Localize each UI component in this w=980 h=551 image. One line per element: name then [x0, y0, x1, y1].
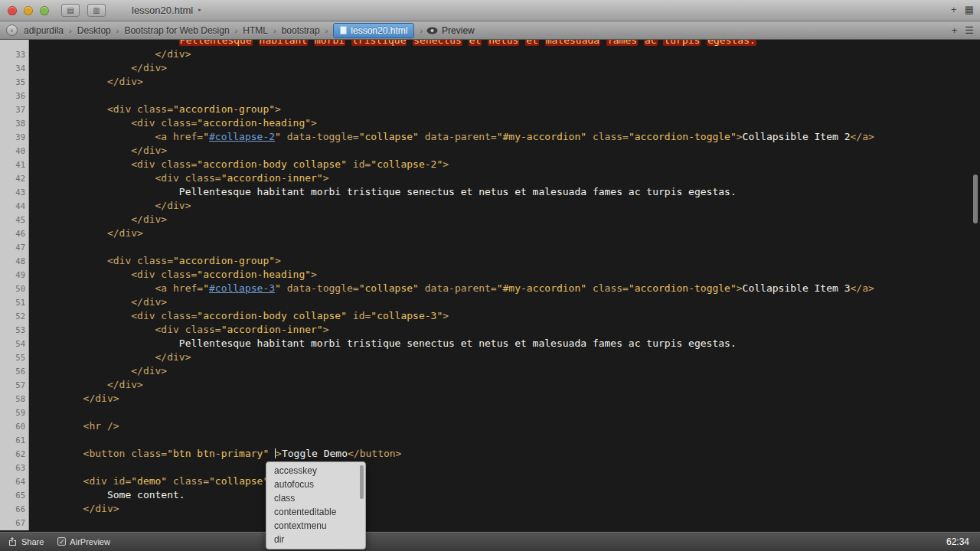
code-line[interactable]: 59 [0, 406, 980, 419]
line-number: 38 [0, 116, 30, 130]
code-text: Pellentesque habitant morbi tristique se… [30, 185, 737, 199]
code-line[interactable]: 39 <a href="#collapse-2" data-toggle="co… [0, 130, 980, 144]
path-root-icon[interactable]: › [6, 24, 18, 36]
autocomplete-item[interactable]: class [266, 491, 365, 505]
code-token: class= [167, 475, 209, 487]
code-token [539, 40, 545, 46]
code-line[interactable]: 63 [0, 461, 980, 474]
code-line[interactable]: 38 <div class="accordion-heading"> [0, 116, 980, 130]
toolbar-view-icon[interactable]: ▤ [61, 4, 80, 17]
code-line[interactable]: 47 [0, 240, 980, 254]
autocomplete-item[interactable]: dir [266, 533, 365, 546]
code-line[interactable]: 43 Pellentesque habitant morbi tristique… [0, 185, 980, 199]
code-line[interactable]: 60 <hr /> [0, 419, 980, 433]
code-line[interactable]: 61 [0, 433, 980, 447]
code-text: </div> [30, 502, 119, 516]
code-editor[interactable]: Pellentesque habitant morbi tristique se… [0, 40, 980, 530]
code-line[interactable]: 57 </div> [0, 378, 980, 392]
minimize-button[interactable] [24, 6, 33, 15]
line-number: 33 [0, 47, 30, 61]
autocomplete-item[interactable]: contenteditable [266, 505, 365, 519]
breadcrumb-item[interactable]: adipurdila [22, 25, 65, 36]
autocomplete-item[interactable]: disabled [266, 546, 365, 549]
add-icon[interactable]: + [952, 24, 958, 36]
breadcrumb-item[interactable]: bootstrap [280, 25, 322, 36]
close-button[interactable] [8, 6, 17, 15]
code-line[interactable]: 62 <button class="btn btn-primary" >Togg… [0, 447, 980, 461]
code-line[interactable]: 33 </div> [0, 47, 980, 61]
code-token: > [443, 158, 449, 170]
sidebar-toggle-icon[interactable]: ▥ [87, 4, 106, 17]
code-line[interactable]: 55 </div> [0, 350, 980, 364]
code-token: ac [644, 40, 658, 46]
document-tab[interactable]: lesson20.html• [132, 5, 201, 16]
popup-scrollbar-thumb[interactable] [360, 465, 364, 499]
code-token [600, 40, 606, 46]
line-number: 46 [0, 227, 30, 240]
list-icon[interactable]: ☰ [965, 24, 974, 36]
code-line[interactable]: 46 </div> [0, 227, 980, 240]
editor-scrollbar-thumb[interactable] [973, 174, 978, 223]
line-number: 56 [0, 364, 30, 378]
code-line[interactable]: 56 </div> [0, 364, 980, 378]
line-number: 59 [0, 406, 30, 419]
code-token: netus [488, 40, 519, 46]
code-line[interactable]: Pellentesque habitant morbi tristique se… [0, 40, 980, 47]
breadcrumb-item-preview[interactable]: Preview [426, 25, 475, 36]
code-text: </div> [30, 392, 119, 406]
code-token [345, 40, 351, 46]
code-token: "accordion-body collapse" [197, 310, 347, 321]
code-line[interactable]: 42 <div class="accordion-inner"> [0, 171, 980, 185]
share-button[interactable]: Share [8, 536, 44, 546]
code-token [253, 40, 259, 46]
code-token: "accordion-toggle" [629, 131, 737, 142]
code-line[interactable]: 36 [0, 89, 980, 103]
code-token: </div> [35, 214, 167, 225]
code-link-token: #collapse-2 [209, 131, 275, 142]
breadcrumb-item[interactable]: Bootstrap for Web Design [122, 25, 230, 36]
code-token: fames [606, 40, 638, 46]
code-text: </div> [30, 75, 143, 89]
airpreview-toggle[interactable]: ✓ AirPreview [57, 537, 110, 546]
code-token: data-toggle= [281, 282, 359, 294]
code-line[interactable]: 40 </div> [0, 144, 980, 158]
breadcrumb-item[interactable]: HTML [241, 25, 270, 36]
code-text: <div class="accordion-body collapse" id=… [30, 309, 449, 323]
code-line[interactable]: 45 </div> [0, 213, 980, 227]
breadcrumb-item[interactable]: Desktop [76, 25, 113, 36]
code-token: id= [347, 158, 371, 170]
autocomplete-item[interactable]: contextmenu [266, 519, 365, 533]
autocomplete-item[interactable]: accesskey [266, 464, 365, 478]
line-number: 65 [0, 488, 30, 502]
code-line[interactable]: 67 [0, 516, 980, 530]
code-line[interactable]: 50 <a href="#collapse-3" data-toggle="co… [0, 282, 980, 295]
line-number: 61 [0, 433, 30, 447]
autocomplete-item[interactable]: autofocus [266, 478, 365, 491]
code-token: Collapsible Item 2 [743, 131, 851, 142]
code-line[interactable]: 52 <div class="accordion-body collapse" … [0, 309, 980, 323]
breadcrumb-separator: › [420, 26, 423, 35]
code-line[interactable]: 58 </div> [0, 392, 980, 406]
code-line[interactable]: 35 </div> [0, 75, 980, 89]
code-token: morbi [314, 40, 345, 46]
code-line[interactable]: 51 </div> [0, 295, 980, 309]
breadcrumb-separator: › [116, 26, 119, 35]
code-line[interactable]: 66 </div> [0, 502, 980, 516]
code-token: Toggle Demo [282, 448, 348, 459]
breadcrumb-item-active[interactable]: lesson20.html [333, 23, 414, 38]
zoom-button[interactable] [40, 6, 49, 15]
code-line[interactable]: 65 Some content. [0, 488, 980, 502]
new-tab-icon[interactable]: + [951, 4, 957, 15]
line-number: 45 [0, 213, 30, 227]
code-line[interactable]: 41 <div class="accordion-body collapse" … [0, 158, 980, 171]
code-line[interactable]: 64 <div id="demo" class="collapse"> [0, 474, 980, 488]
code-line[interactable]: 44 </div> [0, 199, 980, 213]
code-line[interactable]: 48 <div class="accordion-group"> [0, 254, 980, 268]
code-line[interactable]: 37 <div class="accordion-group"> [0, 103, 980, 116]
code-line[interactable]: 54 Pellentesque habitant morbi tristique… [0, 337, 980, 350]
tab-label: lesson20.html [132, 5, 193, 16]
code-line[interactable]: 34 </div> [0, 61, 980, 75]
code-line[interactable]: 53 <div class="accordion-inner"> [0, 323, 980, 337]
code-line[interactable]: 49 <div class="accordion-heading"> [0, 268, 980, 282]
panel-toggle-icon[interactable]: ▦ [965, 4, 974, 15]
